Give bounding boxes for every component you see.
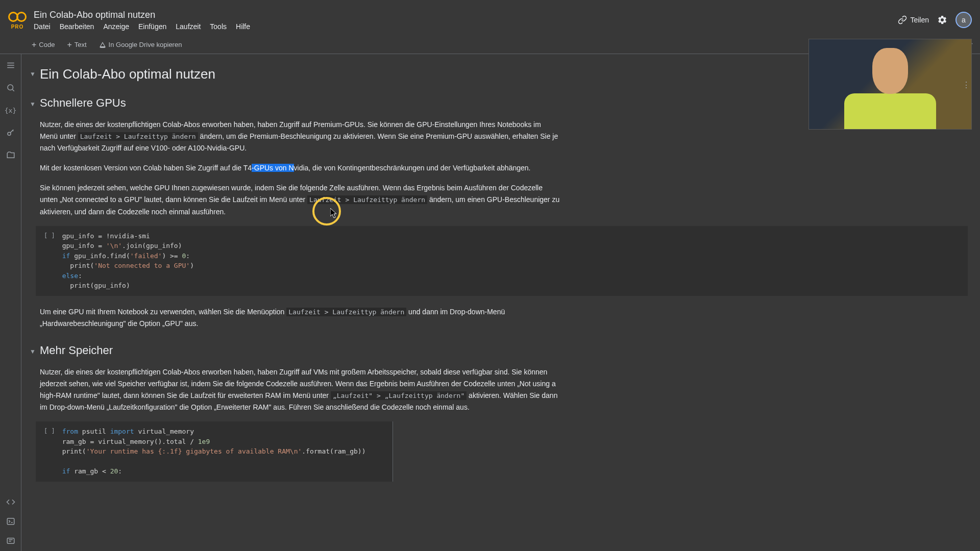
paragraph: Nutzer, die eines der kostenpflichtigen … (40, 366, 560, 413)
heading-more-memory: Mehr Speicher (40, 344, 968, 357)
user-avatar[interactable]: a (955, 12, 972, 28)
files-icon[interactable] (6, 150, 16, 160)
pro-badge: PRO (11, 24, 24, 30)
code-content[interactable]: gpu_info = !nvidia-smi gpu_info = '\n'.j… (62, 231, 194, 291)
section-toggle-icon[interactable]: ▼ (30, 101, 36, 108)
link-icon (898, 15, 907, 24)
drive-icon (99, 41, 106, 48)
paragraph: Um eine GPU mit Ihrem Notebook zu verwen… (40, 306, 560, 330)
secrets-icon[interactable] (6, 128, 16, 138)
menu-bar: Datei Bearbeiten Anzeige Einfügen Laufze… (34, 22, 898, 31)
document-title[interactable]: Ein Colab-Abo optimal nutzen (34, 10, 898, 20)
toc-icon[interactable] (6, 60, 16, 70)
cell-execution-indicator[interactable]: [ ] (44, 427, 55, 477)
paragraph: Nutzer, die eines der kostenpflichtigen … (40, 119, 560, 154)
search-icon[interactable] (6, 83, 16, 93)
section-toggle-icon[interactable]: ▼ (30, 70, 36, 78)
add-code-button[interactable]: +Code (29, 39, 58, 51)
code-snippets-icon[interactable] (6, 497, 16, 507)
inline-code: Laufzeit > Laufzeittyp ändern (78, 132, 198, 141)
add-text-button[interactable]: +Text (64, 39, 89, 51)
variables-icon[interactable]: {x} (6, 105, 16, 115)
section-toggle-icon[interactable]: ▼ (30, 348, 36, 355)
svg-rect-2 (7, 518, 14, 524)
app-header: PRO Ein Colab-Abo optimal nutzen Datei B… (0, 0, 980, 36)
left-sidebar: {x} (0, 54, 21, 551)
code-cell[interactable]: [ ] gpu_info = !nvidia-smi gpu_info = '\… (36, 226, 968, 296)
code-cell[interactable]: [ ] from psutil import virtual_memory ra… (36, 421, 393, 482)
menu-file[interactable]: Datei (34, 22, 51, 31)
plus-icon: + (32, 41, 36, 49)
share-label: Teilen (910, 16, 929, 24)
webcam-overlay: ⋮ (808, 39, 972, 130)
terminal-icon[interactable] (6, 516, 16, 527)
menu-help[interactable]: Hilfe (236, 22, 250, 31)
menu-view[interactable]: Anzeige (103, 22, 129, 31)
inline-code: Laufzeit > Laufzeittyp ändern (286, 308, 406, 316)
cell-execution-indicator[interactable]: [ ] (44, 231, 55, 291)
inline-code: „Laufzeit" > „Laufzeittyp ändern" (331, 391, 467, 400)
svg-point-1 (8, 132, 11, 135)
inline-code: Laufzeit > Laufzeittyp ändern (307, 195, 427, 204)
share-button[interactable]: Teilen (898, 15, 929, 24)
command-palette-icon[interactable] (6, 536, 16, 546)
menu-edit[interactable]: Bearbeiten (60, 22, 94, 31)
menu-tools[interactable]: Tools (210, 22, 227, 31)
code-content[interactable]: from psutil import virtual_memory ram_gb… (62, 427, 366, 477)
paragraph: Sie können jederzeit sehen, welche GPU I… (40, 182, 560, 217)
copy-to-drive-button[interactable]: In Google Drive kopieren (96, 39, 185, 51)
plus-icon: + (67, 41, 71, 49)
colab-logo[interactable]: PRO (8, 11, 27, 30)
paragraph: Mit der kostenlosen Version von Colab ha… (40, 162, 560, 174)
menu-insert[interactable]: Einfügen (138, 22, 166, 31)
svg-point-0 (8, 85, 13, 90)
menu-runtime[interactable]: Laufzeit (176, 22, 201, 31)
text-selection: -GPUs von N (252, 164, 293, 172)
webcam-more-icon[interactable]: ⋮ (962, 80, 970, 90)
settings-icon[interactable] (937, 15, 947, 25)
